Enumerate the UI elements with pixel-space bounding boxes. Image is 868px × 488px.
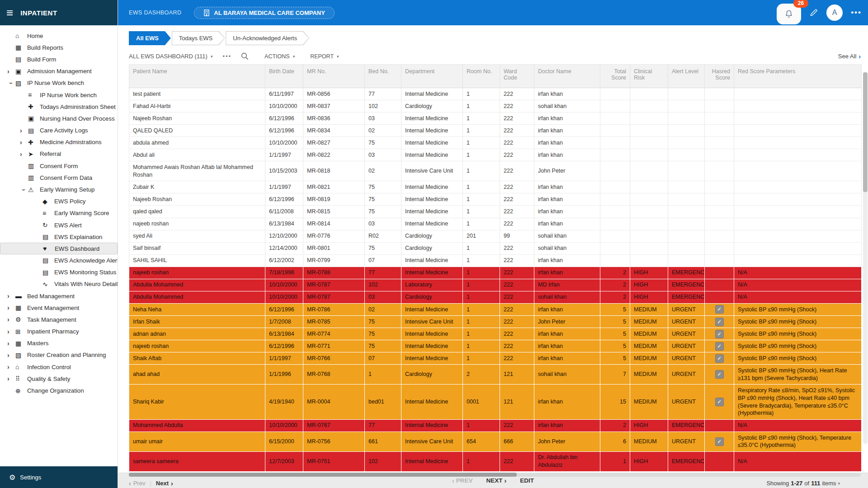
- tab-todays-ews[interactable]: Todays EWS: [172, 31, 225, 45]
- table-row[interactable]: Irfan Shaik1/7/2008MR-078575Intensive Ca…: [129, 316, 862, 328]
- hamburger-menu-icon[interactable]: ≡: [6, 7, 13, 19]
- items-per-page-dropdown[interactable]: Showing 1-27 of 111 items ▾: [766, 480, 840, 487]
- table-row[interactable]: Najeeb Roshan6/12/1996MR-083603Internal …: [129, 113, 862, 125]
- table-row[interactable]: test patient6/11/1997MR-085677Internal M…: [129, 88, 862, 100]
- ward-code-cell: 666: [500, 432, 534, 451]
- sidebar-item-medicine-admistrations[interactable]: ›✚Medicine Admistrations: [0, 136, 118, 148]
- sidebar-item-consent-form-data[interactable]: ▥Consent Form Data: [0, 172, 118, 183]
- acknowledged-checkbox[interactable]: ✓: [715, 330, 724, 338]
- table-row[interactable]: Abdulla Mohammed10/10/2000MR-078703Cardi…: [129, 291, 862, 303]
- sidebar-item-build-form[interactable]: ▤Build Form: [0, 53, 118, 65]
- sidebar-item-bed-management[interactable]: ›▬Bed Management: [0, 290, 118, 302]
- table-row[interactable]: Fahad Al-Harbi10/10/2000MR-0837102Cardio…: [129, 100, 862, 113]
- chevron-down-icon: ▾: [293, 54, 295, 59]
- company-selector[interactable]: AL BARAYA MEDICAL CARE COMPANY: [194, 7, 335, 19]
- table-row[interactable]: ahad ahad1/1/1996MR-07681Cardiology2121s…: [129, 365, 862, 385]
- table-row[interactable]: Abdul ali1/1/1997MR-082203Internal Medic…: [129, 149, 862, 161]
- sidebar-item-quality-safety[interactable]: ›⠿Quality & Safety: [0, 373, 118, 385]
- sidebar-item-ip-nurse-work-bench[interactable]: ›▨IP Nurse Work bench: [0, 77, 118, 89]
- table-row[interactable]: syed Ali12/10/2000MR-0776R02Cardiology20…: [129, 230, 862, 242]
- table-row[interactable]: sameera sameera12/7/2003MR-0751102Intern…: [129, 451, 862, 471]
- table-row[interactable]: Shariq Kabir4/19/1940MR-0004bed01Interna…: [129, 385, 862, 420]
- acknowledged-checkbox[interactable]: ✓: [715, 370, 724, 379]
- ward-code-cell: 222: [500, 340, 534, 352]
- next-page-button[interactable]: Next ›: [156, 480, 173, 487]
- explanation-icon: ▤: [42, 233, 54, 240]
- table-row[interactable]: Najeeb Roshan6/12/1996MR-081975Internal …: [129, 193, 862, 206]
- sidebar-item-event-management[interactable]: ›▦Event Management: [0, 302, 118, 314]
- tab-un-acknowledged-alerts[interactable]: Un-Acknowledged Alerts: [226, 31, 309, 45]
- quality-icon: ⠿: [15, 375, 27, 382]
- prev-page-button[interactable]: ‹ Prev: [129, 480, 145, 487]
- table-row[interactable]: qaled qaled6/11/2008MR-081575Internal Me…: [129, 206, 862, 218]
- birth-date-cell: 12/7/2003: [265, 451, 303, 471]
- sidebar-item-referral[interactable]: ›➤Referral: [0, 148, 118, 160]
- table-row[interactable]: Saif binsaif12/14/2000MR-080175Cardiolog…: [129, 242, 862, 254]
- sidebar-item-ip-nurse-work-bench[interactable]: ≡IP Nurse Work bench: [0, 89, 118, 101]
- tab-all-ews[interactable]: All EWS: [129, 31, 171, 45]
- horizontal-scrollbar-thumb[interactable]: [129, 473, 517, 477]
- sidebar-item-ews-acknowledge-alert[interactable]: ▤EWS Acknowledge Alert: [0, 254, 118, 266]
- dashboard-filter-dropdown[interactable]: ALL EWS DASHBOARD (111) ▾: [129, 53, 212, 60]
- table-row[interactable]: abdula ahmed10/10/2000MR-082775Internal …: [129, 137, 862, 149]
- sidebar-item-care-activity-logs[interactable]: ›▤Care Activity Logs: [0, 125, 118, 136]
- acknowledged-checkbox[interactable]: ✓: [715, 305, 724, 314]
- table-row[interactable]: Abdulla Mohammed10/10/2000MR-0787102Labo…: [129, 279, 862, 291]
- table-row[interactable]: najeeb roshan6/12/1996MR-077175Internal …: [129, 340, 862, 352]
- clinical-risk-cell: HIGH: [630, 267, 668, 279]
- acknowledged-checkbox[interactable]: ✓: [715, 354, 724, 363]
- table-row[interactable]: QALED QALED6/12/1996MR-083402Internal Me…: [129, 125, 862, 137]
- acknowledged-checkbox[interactable]: ✓: [715, 437, 724, 446]
- sidebar-item-ews-monitoring-status[interactable]: ▤EWS Monitoring Status: [0, 267, 118, 278]
- sidebar-item-infection-control[interactable]: ›⌂Infection Control: [0, 361, 118, 373]
- sidebar-item-ews-explaination[interactable]: ▤EWS Explaination: [0, 231, 118, 243]
- table-row[interactable]: umair umair6/15/2000MR-0756661Intensive …: [129, 432, 862, 451]
- sidebar-item-build-reports[interactable]: ▦Build Reports: [0, 42, 118, 53]
- table-row[interactable]: Mohammed Awais Roshan Aftab lal Mohammed…: [129, 161, 862, 181]
- see-all-link[interactable]: See All ›: [838, 53, 861, 60]
- table-row[interactable]: adnan adnan6/13/1984MR-077475Internal Me…: [129, 328, 862, 340]
- sidebar-item-task-management[interactable]: ›⚙Task Management: [0, 314, 118, 325]
- more-menu-icon[interactable]: •••: [851, 8, 862, 17]
- check-icon: ✓: [717, 332, 721, 337]
- table-row[interactable]: Mohammed Abdulla10/10/2000MR-076777Inter…: [129, 419, 862, 432]
- sidebar-item-admission-management[interactable]: ›▣Admission Management: [0, 66, 118, 77]
- acknowledged-checkbox[interactable]: ✓: [715, 398, 724, 406]
- sidebar-item-ews-dashboard[interactable]: ♥EWS Dashboard: [0, 243, 118, 254]
- acknowledged-checkbox[interactable]: ✓: [715, 318, 724, 326]
- sidebar-item-roster-creation-and-planning[interactable]: ›▧Roster Creation and Planning: [0, 349, 118, 361]
- avatar[interactable]: A: [826, 5, 843, 21]
- table-row[interactable]: Neha Neha6/12/1996MR-078602Internal Medi…: [129, 303, 862, 315]
- more-options-icon[interactable]: •••: [222, 53, 231, 60]
- edit-pencil-icon[interactable]: [809, 8, 818, 17]
- table-row[interactable]: Shaik Aftab1/1/1997MR-076607Internal Med…: [129, 352, 862, 365]
- sidebar-item-nursing-hand-over-process[interactable]: ▣Nursing Hand Over Process: [0, 113, 118, 124]
- sidebar-item-ews-policy[interactable]: ◆EWS Policy: [0, 196, 118, 207]
- table-row[interactable]: najeeb roshan7/18/1996MR-078877Internal …: [129, 267, 862, 279]
- sidebar-item-inpatient-pharmacy[interactable]: ›⊞Inpatient Pharmacy: [0, 326, 118, 338]
- actions-dropdown[interactable]: ACTIONS ▾: [264, 53, 295, 60]
- sidebar-item-ews-alert[interactable]: ↻EWS Alert: [0, 219, 118, 231]
- acknowledged-checkbox[interactable]: ✓: [715, 342, 724, 351]
- notifications-button[interactable]: 26: [777, 4, 801, 24]
- sidebar-item-vitals-with-neuro-detail[interactable]: ∿Vitals With Neuro Detail: [0, 278, 118, 290]
- content: All EWSTodays EWSUn-Acknowledged Alerts …: [118, 25, 868, 473]
- sidebar-item-home[interactable]: ⌂Home: [0, 30, 118, 42]
- table-row[interactable]: SAHIL SAHIL6/12/2002MR-079907Internal Me…: [129, 254, 862, 267]
- search-icon[interactable]: [241, 52, 249, 61]
- actions-label: ACTIONS: [264, 53, 290, 60]
- report-dropdown[interactable]: REPORT ▾: [310, 53, 339, 60]
- sidebar-item-change-organization[interactable]: ⊕Change Organization: [0, 385, 118, 396]
- sidebar-item-early-warning-setup[interactable]: ›⚠Early Warning Setup: [0, 183, 118, 195]
- sidebar-item-masters[interactable]: ›▦Masters: [0, 338, 118, 349]
- sidebar-item-early-warning-score[interactable]: ≡Early Warning Score: [0, 207, 118, 219]
- sidebar-item-todays-administration-sheet[interactable]: ✚Todays Administration Sheet: [0, 101, 118, 113]
- mr-no-cell: MR-0814: [303, 218, 365, 230]
- table-row[interactable]: najeeb roshan6/13/1984MR-081403Internal …: [129, 218, 862, 230]
- sidebar-item-consent-form[interactable]: ▥Consent Form: [0, 160, 118, 172]
- table-row[interactable]: Zubair K1/1/1997MR-082175Internal Medici…: [129, 181, 862, 193]
- vertical-scrollbar-thumb[interactable]: [863, 72, 868, 192]
- hasred-score-cell: [705, 137, 734, 149]
- task-gear-icon: ⚙: [15, 316, 27, 323]
- sidebar-item-settings[interactable]: ⚙ Settings: [0, 466, 118, 488]
